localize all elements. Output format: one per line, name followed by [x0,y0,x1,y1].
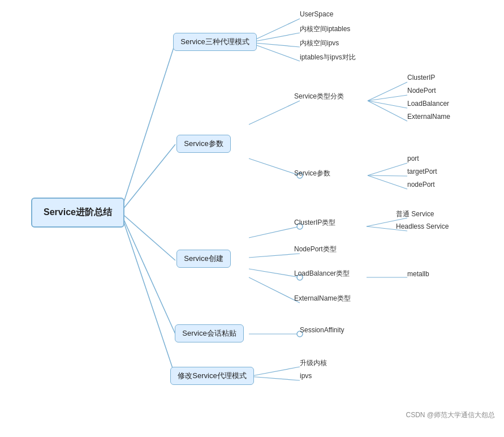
leaf-headless: Headless Service [396,222,449,230]
diagram-container: Service进阶总结 Service三种代理模式 Service参数 Serv… [0,0,504,425]
svg-line-11 [368,82,407,101]
leaf-ipvs: 内核空间ipvs [300,38,339,48]
svg-line-17 [368,175,407,189]
leaf-userspace: UserSpace [300,10,333,18]
svg-line-14 [368,101,407,121]
leaf-iptables: 内核空间iptables [300,24,350,34]
root-label: Service进阶总结 [31,198,124,228]
svg-line-3 [120,212,175,334]
leaf-loadbalancer: LoadBalancer [407,100,449,108]
leaf-targetport: targetPort [407,168,437,175]
branch-5: 修改Service代理模式 [173,365,252,387]
svg-line-10 [249,158,300,175]
branch-1-label: Service三种代理模式 [173,33,256,51]
svg-line-18 [249,226,300,238]
mid-b2-2: Service参数 [294,169,330,178]
branch-1: Service三种代理模式 [173,31,257,53]
leaf-normal-service: 普通 Service [396,209,434,219]
leaf-clusterip: ClusterIP [407,74,435,82]
leaf-externalname: ExternalName [407,113,450,121]
svg-line-2 [120,212,175,260]
svg-line-21 [249,277,300,303]
mid-b2-1: Service类型分类 [294,92,344,101]
svg-line-12 [368,95,407,101]
branch-2: Service参数 [173,133,235,155]
leaf-kernel: 升级内核 [300,358,327,368]
mid-b3-3: LoadBalancer类型 [294,269,350,279]
svg-line-20 [249,269,300,277]
svg-line-9 [249,101,300,125]
mid-b3-1: ClusterIP类型 [294,218,335,228]
mid-b3-4: ExternalName类型 [294,294,351,303]
leaf-port: port [407,155,419,162]
branch-3-label: Service创建 [176,250,230,268]
svg-line-0 [120,42,175,212]
leaf-nodeport2: nodePort [407,181,435,188]
mid-b3-2: NodePort类型 [294,245,337,254]
branch-2-label: Service参数 [176,135,230,153]
svg-line-19 [249,254,300,258]
svg-line-1 [120,144,175,212]
branch-5-label: 修改Service代理模式 [170,367,253,385]
leaf-compare: iptables与ipvs对比 [300,53,356,62]
svg-line-27 [249,376,300,380]
root-node: Service进阶总结 [34,195,122,229]
branch-4-label: Service会话粘贴 [175,324,243,342]
leaf-nodeport: NodePort [407,87,436,95]
footer: CSDN @师范大学通信大怨总 [406,410,495,420]
leaf-ipvs2: ipvs [300,372,312,380]
svg-line-15 [368,163,407,175]
branch-4: Service会话粘贴 [173,323,246,344]
leaf-metallb: metallb [407,270,429,278]
svg-line-16 [368,175,407,176]
branch-3: Service创建 [173,248,235,269]
svg-line-13 [368,101,407,108]
leaf-session: SessionAffinity [300,326,344,334]
svg-line-26 [249,367,300,376]
svg-line-4 [120,212,175,376]
